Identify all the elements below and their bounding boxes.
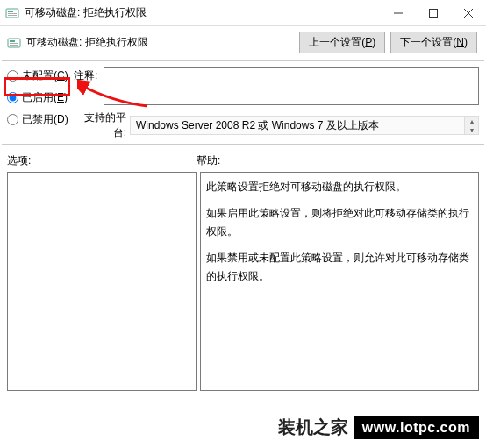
close-button[interactable] [451,0,486,25]
supported-platform-value: Windows Server 2008 R2 或 Windows 7 及以上版本 [136,118,379,133]
supported-platform-field: Windows Server 2008 R2 或 Windows 7 及以上版本… [130,116,479,135]
previous-setting-button[interactable]: 上一个设置(P) [299,32,385,53]
options-label: 选项: [7,153,197,168]
radio-disabled[interactable]: 已禁用(D) [7,112,74,127]
platform-label: 支持的平台: [74,110,126,140]
help-text-line: 此策略设置拒绝对可移动磁盘的执行权限。 [206,178,473,197]
titlebar: 可移动磁盘: 拒绝执行权限 [0,0,486,26]
watermark-url: www.lotpc.com [354,416,479,439]
help-label: 帮助: [197,153,220,168]
svg-rect-3 [8,15,17,16]
help-panel: 此策略设置拒绝对可移动磁盘的执行权限。 如果启用此策略设置，则将拒绝对此可移动存… [200,172,479,391]
svg-rect-2 [8,13,17,14]
policy-title: 可移动磁盘: 拒绝执行权限 [26,35,299,50]
annotation-highlight-box [4,77,70,96]
next-setting-button[interactable]: 下一个设置(N) [390,32,477,53]
state-radio-group: 未配置(C) 已启用(E) 已禁用(D) [7,67,74,127]
header-row: 可移动磁盘: 拒绝执行权限 上一个设置(P) 下一个设置(N) [0,26,486,60]
platform-scrollbar[interactable]: ▴ ▾ [464,117,478,134]
svg-rect-11 [10,45,18,46]
window-title: 可移动磁盘: 拒绝执行权限 [25,5,381,20]
svg-rect-1 [8,11,13,12]
config-area: 未配置(C) 已启用(E) 已禁用(D) 注释: 支持的平台: Windows … [0,61,486,144]
comment-label: 注释: [74,67,100,83]
svg-rect-5 [430,9,438,17]
panels: 此策略设置拒绝对可移动磁盘的执行权限。 如果启用此策略设置，则将拒绝对此可移动存… [0,172,486,398]
policy-icon [7,36,21,50]
comment-input[interactable] [104,67,479,105]
watermark: 装机之家 www.lotpc.com [273,414,479,441]
svg-rect-10 [10,43,18,44]
maximize-button[interactable] [416,0,451,25]
watermark-text: 装机之家 [273,414,354,441]
svg-rect-9 [10,40,15,42]
options-panel [7,172,197,391]
radio-disabled-input[interactable] [7,114,18,125]
help-text-line: 如果禁用或未配置此策略设置，则允许对此可移动存储类的执行权限。 [206,249,473,287]
help-text-line: 如果启用此策略设置，则将拒绝对此可移动存储类的执行权限。 [206,204,473,242]
scroll-down-icon[interactable]: ▾ [465,125,478,134]
section-labels: 选项: 帮助: [0,145,486,172]
minimize-button[interactable] [381,0,416,25]
scroll-up-icon[interactable]: ▴ [465,117,478,125]
window-controls [381,0,486,25]
app-icon [5,6,19,20]
